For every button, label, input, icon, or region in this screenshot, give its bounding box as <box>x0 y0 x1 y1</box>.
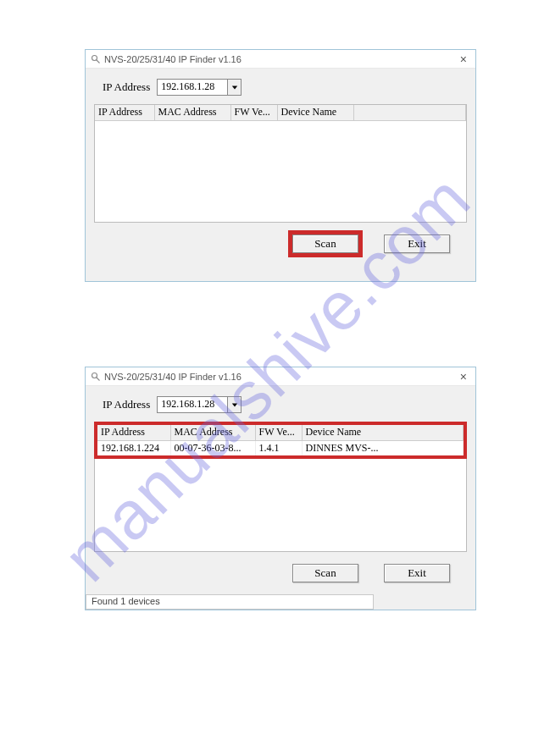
chevron-down-icon[interactable] <box>227 80 241 95</box>
device-table-blank-area <box>94 459 467 552</box>
ip-address-value: 192.168.1.28 <box>158 80 227 95</box>
ip-address-combo[interactable]: 192.168.1.28 <box>157 79 242 96</box>
magnifier-icon <box>91 372 101 382</box>
svg-marker-5 <box>232 403 237 406</box>
col-mac[interactable]: MAC Address <box>170 425 255 440</box>
status-bar: Found 1 devices <box>86 594 374 610</box>
table-header-row: IP Address MAC Address FW Ve... Device N… <box>97 425 464 440</box>
cell-fw: 1.4.1 <box>255 440 302 455</box>
close-icon[interactable]: × <box>457 370 470 384</box>
titlebar: NVS-20/25/31/40 IP Finder v1.16 × <box>86 50 475 69</box>
col-empty <box>353 105 466 120</box>
cell-mac: 00-07-36-03-8... <box>170 440 255 455</box>
scan-button[interactable]: Scan <box>292 564 358 582</box>
col-fw[interactable]: FW Ve... <box>255 425 302 440</box>
ip-address-combo[interactable]: 192.168.1.28 <box>157 396 242 413</box>
table-row[interactable]: 192.168.1.224 00-07-36-03-8... 1.4.1 DIN… <box>97 440 464 455</box>
svg-marker-2 <box>232 86 237 89</box>
window-title: NVS-20/25/31/40 IP Finder v1.16 <box>104 54 457 64</box>
titlebar: NVS-20/25/31/40 IP Finder v1.16 × <box>86 367 475 386</box>
device-table-empty: IP Address MAC Address FW Ve... Device N… <box>94 104 467 223</box>
ip-address-value: 192.168.1.28 <box>158 397 227 412</box>
svg-point-3 <box>92 372 97 378</box>
svg-line-1 <box>97 59 100 63</box>
col-fw[interactable]: FW Ve... <box>230 105 277 120</box>
cell-ip: 192.168.1.224 <box>97 440 170 455</box>
ip-finder-window-results: NVS-20/25/31/40 IP Finder v1.16 × IP Add… <box>85 367 476 610</box>
col-device[interactable]: Device Name <box>302 425 464 440</box>
col-device[interactable]: Device Name <box>277 105 353 120</box>
col-mac[interactable]: MAC Address <box>154 105 230 120</box>
scan-button[interactable]: Scan <box>292 235 358 253</box>
chevron-down-icon[interactable] <box>227 397 241 412</box>
svg-point-0 <box>92 55 97 60</box>
ip-address-label: IP Address <box>103 398 150 411</box>
exit-button[interactable]: Exit <box>384 235 450 253</box>
col-ip[interactable]: IP Address <box>95 105 154 120</box>
magnifier-icon <box>91 54 101 64</box>
device-table-results-highlight: IP Address MAC Address FW Ve... Device N… <box>94 422 467 459</box>
col-ip[interactable]: IP Address <box>97 425 170 440</box>
window-title: NVS-20/25/31/40 IP Finder v1.16 <box>104 372 457 382</box>
ip-address-label: IP Address <box>103 80 150 94</box>
ip-finder-window-empty: NVS-20/25/31/40 IP Finder v1.16 × IP Add… <box>85 49 476 282</box>
cell-device: DINNES MVS-... <box>302 440 464 455</box>
table-header-row: IP Address MAC Address FW Ve... Device N… <box>95 105 466 120</box>
svg-line-4 <box>97 377 100 380</box>
exit-button[interactable]: Exit <box>384 564 450 582</box>
close-icon[interactable]: × <box>457 52 470 66</box>
